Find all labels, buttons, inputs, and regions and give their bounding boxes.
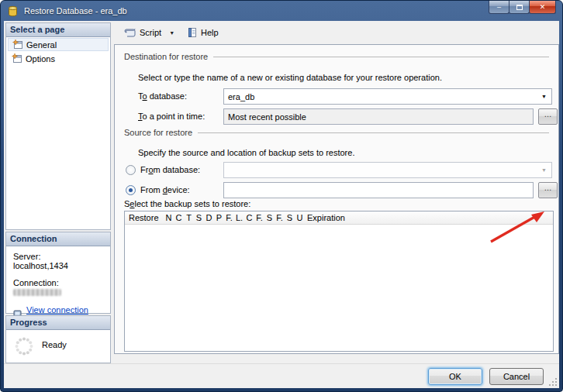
restore-database-dialog: Restore Database - era_db – ✕ Select a p… [0, 0, 563, 392]
help-button-label: Help [201, 28, 219, 37]
column-header[interactable]: S [285, 213, 295, 222]
destination-description: Select or type the name of a new or exis… [138, 73, 442, 82]
point-in-time-browse-button[interactable]: … [538, 108, 558, 125]
dialog-toolbar: Script ▼ Help [114, 22, 558, 43]
script-button-label: Script [140, 28, 161, 37]
script-icon [124, 27, 136, 38]
column-header[interactable]: P [214, 213, 224, 222]
column-header[interactable]: U [295, 213, 305, 222]
column-header[interactable]: L. [234, 213, 244, 222]
column-header[interactable]: F. [275, 213, 285, 222]
window-title: Restore Database - era_db [24, 6, 127, 15]
from-device-label[interactable]: From device: [140, 185, 190, 194]
close-icon: ✕ [540, 4, 546, 11]
help-icon [187, 27, 198, 38]
close-button[interactable]: ✕ [529, 1, 556, 14]
footer-button-bar: OK Cancel [4, 363, 559, 388]
backup-sets-grid-header[interactable]: Restore N C T S D P F. L. C F. S F. S U … [125, 211, 553, 225]
column-header[interactable]: Restore [125, 213, 164, 222]
connection-header: Connection [6, 232, 110, 246]
divider [198, 132, 549, 133]
backup-sets-grid[interactable]: Restore N C T S D P F. L. C F. S F. S U … [124, 211, 554, 352]
from-database-combobox: ▼ [223, 162, 552, 178]
divider [213, 57, 549, 57]
point-in-time-value: Most recent possible [228, 112, 306, 122]
maximize-icon [516, 5, 523, 10]
column-header[interactable]: N [164, 213, 174, 222]
minimize-icon: – [497, 4, 501, 11]
to-database-combobox[interactable]: era_db ▼ [223, 88, 552, 105]
column-header[interactable]: Expiration [305, 213, 553, 222]
column-header[interactable]: C [244, 213, 254, 222]
connection-panel: Connection Server: localhost,1434 Connec… [5, 232, 111, 314]
combo-dropdown-icon: ▼ [541, 167, 547, 173]
source-group-title: Source for restore [124, 128, 549, 137]
select-page-header: Select a page [6, 23, 110, 37]
title-bar[interactable]: Restore Database - era_db [1, 1, 562, 21]
connection-value-redacted [13, 289, 61, 296]
from-database-radio[interactable] [126, 165, 136, 175]
general-page-panel: Destination for restore Select or type t… [114, 44, 559, 354]
maximize-button[interactable] [509, 1, 530, 14]
column-header[interactable]: C [174, 213, 184, 222]
resize-grip[interactable] [548, 377, 558, 387]
combo-dropdown-icon[interactable]: ▼ [541, 94, 547, 99]
minimize-button[interactable]: – [489, 1, 509, 14]
sidebar-item-label: General [26, 40, 57, 50]
to-database-value: era_db [228, 92, 254, 101]
progress-status: Ready [42, 340, 67, 349]
window-controls: – ✕ [489, 1, 556, 14]
connection-label: Connection: [13, 278, 103, 287]
progress-spinner-icon [14, 336, 34, 356]
from-device-browse-button[interactable]: … [538, 182, 558, 198]
from-device-radio[interactable] [126, 185, 136, 195]
sidebar-item-label: Options [26, 54, 55, 64]
from-database-label[interactable]: From database: [140, 165, 200, 174]
source-description: Specify the source and location of backu… [138, 148, 354, 157]
column-header[interactable]: F. [224, 213, 234, 222]
column-header[interactable]: S [264, 213, 275, 222]
point-in-time-label: To a point in time: [138, 112, 205, 121]
progress-panel: Progress Ready [5, 315, 111, 363]
select-page-panel: Select a page General Options [5, 22, 111, 230]
column-header[interactable]: D [204, 213, 214, 222]
progress-header: Progress [6, 316, 110, 330]
sidebar-item-options[interactable]: Options [8, 52, 109, 65]
dialog-client-area: Select a page General Options Connection… [4, 21, 559, 388]
column-header[interactable]: F. [254, 213, 264, 222]
column-header[interactable]: S [194, 213, 204, 222]
cancel-button[interactable]: Cancel [489, 368, 544, 385]
column-header[interactable]: T [184, 213, 194, 222]
page-icon [12, 53, 22, 64]
help-button[interactable]: Help [183, 24, 223, 41]
script-button[interactable]: Script [120, 24, 165, 41]
to-database-label: To database: [138, 91, 187, 101]
database-icon [7, 5, 19, 17]
point-in-time-field[interactable]: Most recent possible [223, 108, 534, 125]
server-value: localhost,1434 [13, 261, 103, 270]
sidebar-item-general[interactable]: General [8, 38, 109, 51]
from-device-field[interactable] [223, 182, 534, 198]
destination-group-title: Destination for restore [124, 52, 549, 61]
server-label: Server: [13, 252, 103, 261]
script-dropdown-arrow-icon[interactable]: ▼ [167, 28, 177, 38]
backup-sets-label: Select the backup sets to restore: [124, 199, 250, 208]
ok-button[interactable]: OK [428, 368, 482, 385]
page-icon [12, 40, 23, 50]
